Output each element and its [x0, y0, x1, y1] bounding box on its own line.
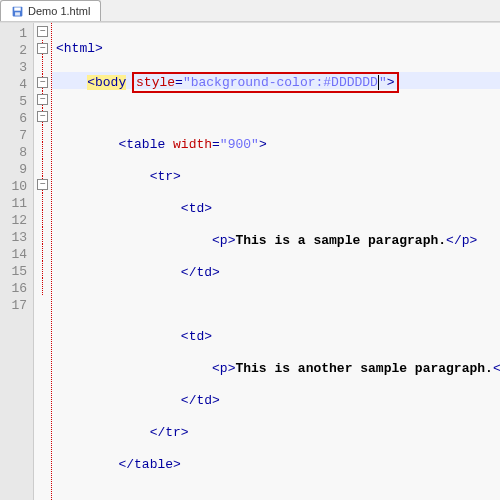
code-line: <td> [52, 200, 500, 217]
svg-rect-1 [14, 7, 21, 10]
fold-toggle[interactable]: − [37, 179, 48, 190]
line-number: 12 [0, 212, 27, 229]
code-line: <body style="background-color:#DDDDDD"> [52, 72, 500, 89]
line-number: 1 [0, 25, 27, 42]
line-number: 17 [0, 297, 27, 314]
line-number: 2 [0, 42, 27, 59]
code-line: <p>This is another sample paragraph.</p [52, 360, 500, 377]
line-number: 9 [0, 161, 27, 178]
code-line: <table width="900"> [52, 136, 500, 153]
fold-toggle[interactable]: − [37, 26, 48, 37]
tab-filename: Demo 1.html [28, 5, 90, 17]
highlight-annotation: style="background-color:#DDDDDD"> [132, 72, 399, 93]
line-number: 6 [0, 110, 27, 127]
fold-toggle[interactable]: − [37, 111, 48, 122]
code-line: </table> [52, 456, 500, 473]
tab-bar: Demo 1.html [0, 0, 500, 22]
fold-toggle[interactable]: − [37, 77, 48, 88]
line-number: 13 [0, 229, 27, 246]
code-line [52, 296, 500, 313]
line-number: 16 [0, 280, 27, 297]
code-line: <p>This is a sample paragraph.</p> [52, 232, 500, 249]
code-area[interactable]: <html> <body style="background-color:#DD… [52, 23, 500, 500]
line-number: 3 [0, 59, 27, 76]
line-number: 14 [0, 246, 27, 263]
line-number: 10 [0, 178, 27, 195]
line-number: 7 [0, 127, 27, 144]
code-line [52, 104, 500, 121]
code-line: </tr> [52, 424, 500, 441]
line-number: 8 [0, 144, 27, 161]
code-line: </td> [52, 264, 500, 281]
line-number: 15 [0, 263, 27, 280]
code-line: </td> [52, 392, 500, 409]
line-number: 4 [0, 76, 27, 93]
code-line: <html> [52, 40, 500, 57]
code-line: <tr> [52, 168, 500, 185]
line-number-gutter: 1 2 3 4 5 6 7 8 9 10 11 12 13 14 15 16 1… [0, 23, 34, 500]
line-number: 5 [0, 93, 27, 110]
code-line [52, 488, 500, 500]
save-icon [11, 5, 24, 18]
code-line: <td> [52, 328, 500, 345]
line-number: 11 [0, 195, 27, 212]
code-editor: 1 2 3 4 5 6 7 8 9 10 11 12 13 14 15 16 1… [0, 22, 500, 500]
svg-rect-2 [15, 12, 20, 15]
file-tab-demo1[interactable]: Demo 1.html [0, 0, 101, 21]
fold-column: − − − − − − [34, 23, 52, 500]
fold-toggle[interactable]: − [37, 94, 48, 105]
fold-toggle[interactable]: − [37, 43, 48, 54]
